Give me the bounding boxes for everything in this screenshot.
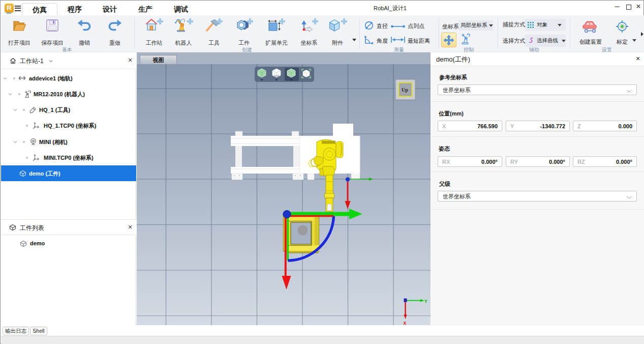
svg-text:Y: Y	[424, 299, 427, 304]
svg-text:Up: Up	[402, 87, 408, 93]
svg-text:X: X	[404, 321, 407, 325]
svg-text:Solid: Solid	[274, 75, 280, 77]
